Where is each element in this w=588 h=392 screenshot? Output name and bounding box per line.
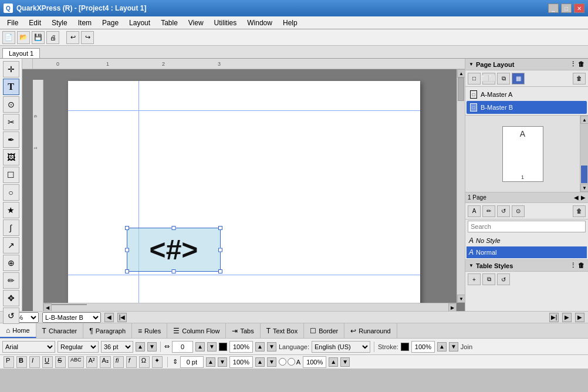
scroll-thumb-v[interactable] — [458, 77, 464, 101]
table-style-duplicate[interactable]: ⧉ — [482, 273, 495, 285]
format-subscript-btn[interactable]: A₂ — [100, 356, 111, 368]
style-tool-pen[interactable]: ✏ — [482, 205, 495, 217]
options-btn[interactable]: ▶ — [575, 313, 584, 322]
style-tool-trash[interactable]: 🗑 — [573, 205, 586, 217]
tool-rotate[interactable]: ↺ — [3, 307, 19, 324]
last-page-btn[interactable]: ▶| — [549, 313, 559, 322]
tool-bezier[interactable]: ∫ — [3, 219, 19, 236]
thumb-scroll-thumb[interactable] — [581, 165, 587, 183]
scroll-down-button[interactable]: ▼ — [457, 295, 465, 303]
table-style-add[interactable]: + — [468, 273, 481, 285]
format-italic-btn[interactable]: I — [29, 356, 40, 368]
toolbar-redo[interactable]: ↪ — [81, 31, 94, 44]
maximize-button[interactable]: □ — [561, 4, 572, 13]
table-styles-collapse-icon[interactable]: ▼ — [469, 263, 474, 268]
color-swatch[interactable] — [219, 343, 227, 351]
table-styles-trash-icon[interactable]: 🗑 — [578, 262, 584, 269]
page-thumbnail-area[interactable]: A 1 — [465, 116, 580, 192]
stroke-pct-input[interactable] — [411, 341, 435, 353]
menu-help[interactable]: Help — [278, 18, 302, 28]
master-item-a[interactable]: □ A-Master A — [467, 88, 587, 101]
scroll-thumb-h[interactable] — [52, 304, 87, 305]
tool-link[interactable]: ⊙ — [3, 96, 19, 113]
thumb-scroll-up[interactable]: ▲ — [580, 116, 588, 124]
table-style-refresh[interactable]: ↺ — [497, 273, 510, 285]
tool-line[interactable]: ↗ — [3, 237, 19, 254]
tab-border[interactable]: ☐ Border — [304, 323, 344, 338]
leading-pct-input[interactable] — [229, 356, 253, 368]
format-underline-btn[interactable]: U — [42, 356, 53, 368]
stroke-pct-up[interactable]: ▲ — [437, 342, 447, 352]
style-tool-link[interactable]: ⊙ — [512, 205, 525, 217]
stroke-swatch[interactable] — [401, 343, 409, 351]
master-page-select[interactable]: L-B-Master B — [42, 312, 101, 323]
scale-h-radio[interactable] — [279, 358, 286, 366]
page-layout-delete-icon[interactable]: 🗑 — [578, 60, 584, 68]
scroll-up-button[interactable]: ▲ — [457, 69, 465, 77]
menu-view[interactable]: View — [184, 18, 208, 28]
tab-column-flow[interactable]: ☰ Column Flow — [167, 323, 226, 338]
toolbar-print[interactable]: 🖨 — [46, 31, 59, 44]
menu-page[interactable]: Page — [97, 18, 123, 28]
tool-dropper[interactable]: ✏ — [3, 272, 19, 289]
prev-page-btn[interactable]: ◀ — [104, 313, 114, 322]
menu-edit[interactable]: Edit — [24, 18, 46, 28]
leading-pct-up[interactable]: ▲ — [255, 357, 265, 367]
tool-pointer[interactable]: ✛ — [3, 61, 19, 77]
tool-pen[interactable]: ✒ — [3, 131, 19, 148]
tab-paragraph[interactable]: ¶ Paragraph — [83, 323, 132, 338]
menu-utilities[interactable]: Utilities — [209, 18, 242, 28]
leading-pct-down[interactable]: ▼ — [267, 357, 276, 367]
menu-style[interactable]: Style — [47, 18, 72, 28]
tab-rules[interactable]: ≡ Rules — [132, 323, 167, 338]
tool-star[interactable]: ★ — [3, 202, 19, 218]
color-pct-input[interactable] — [229, 341, 253, 353]
tool-ellipse[interactable]: ○ — [3, 184, 19, 201]
resize-handle-br[interactable] — [218, 269, 222, 273]
tool-rect[interactable]: ☐ — [3, 167, 19, 183]
first-page-btn[interactable]: |◀ — [117, 313, 127, 322]
color-pct-up[interactable]: ▲ — [255, 342, 265, 352]
page-layout-options-icon[interactable]: ⋮ — [570, 60, 576, 68]
tool-zoom[interactable]: ⊕ — [3, 255, 19, 271]
collapse-icon[interactable]: ▼ — [469, 62, 474, 67]
size-up-btn[interactable]: ▲ — [136, 342, 145, 352]
scale-pct-up[interactable]: ▲ — [329, 357, 338, 367]
pl-trash-btn[interactable]: 🗑 — [573, 73, 586, 85]
tool-picture[interactable]: 🖼 — [3, 149, 19, 165]
color-pct-down[interactable]: ▼ — [267, 342, 276, 352]
size-select[interactable]: 36 pt — [101, 341, 133, 353]
format-ligature-fi-btn[interactable]: fi — [113, 356, 124, 368]
menu-layout[interactable]: Layout — [124, 18, 155, 28]
table-styles-options-icon[interactable]: ⋮ — [570, 262, 576, 269]
scroll-left-button[interactable]: ◀ — [43, 303, 52, 311]
leading-up[interactable]: ▲ — [206, 357, 215, 367]
tab-text-box[interactable]: T Text Box — [261, 323, 305, 338]
format-star-btn[interactable]: ✦ — [152, 356, 163, 368]
format-allcaps-btn[interactable]: ABC — [68, 356, 84, 368]
style-tool-a[interactable]: A — [468, 205, 481, 217]
toolbar-new[interactable]: 📄 — [2, 31, 15, 44]
thumb-scroll-down[interactable]: ▼ — [580, 184, 588, 192]
thumb-scrollbar-v[interactable]: ▲ ▼ — [580, 116, 588, 192]
scroll-track-h[interactable] — [52, 303, 448, 311]
pl-blank-facing-btn[interactable]: ⬜⬜ — [482, 73, 495, 85]
menu-table[interactable]: Table — [156, 18, 183, 28]
resize-handle-tl[interactable] — [125, 226, 129, 230]
pl-duplicate-btn[interactable]: ⧉ — [497, 73, 510, 85]
menu-file[interactable]: File — [2, 18, 23, 28]
style-item-normal[interactable]: A Normal — [467, 246, 587, 258]
tab-tabs[interactable]: ⇥ Tabs — [226, 323, 260, 338]
format-f-btn[interactable]: f — [126, 356, 137, 368]
pl-blank-page-btn[interactable]: □ — [468, 73, 481, 85]
page-thumb-nav-left[interactable]: ◀ — [574, 194, 579, 201]
font-select[interactable]: Arial — [2, 341, 55, 353]
kern-up[interactable]: ▲ — [195, 342, 205, 352]
minimize-button[interactable]: _ — [548, 4, 559, 13]
resize-handle-tr[interactable] — [218, 226, 222, 230]
resize-handle-ml[interactable] — [125, 248, 129, 252]
kern-down[interactable]: ▼ — [207, 342, 217, 352]
tool-scissors[interactable]: ✂ — [3, 114, 19, 130]
menu-window[interactable]: Window — [242, 18, 277, 28]
format-bold-btn[interactable]: B — [16, 356, 27, 368]
